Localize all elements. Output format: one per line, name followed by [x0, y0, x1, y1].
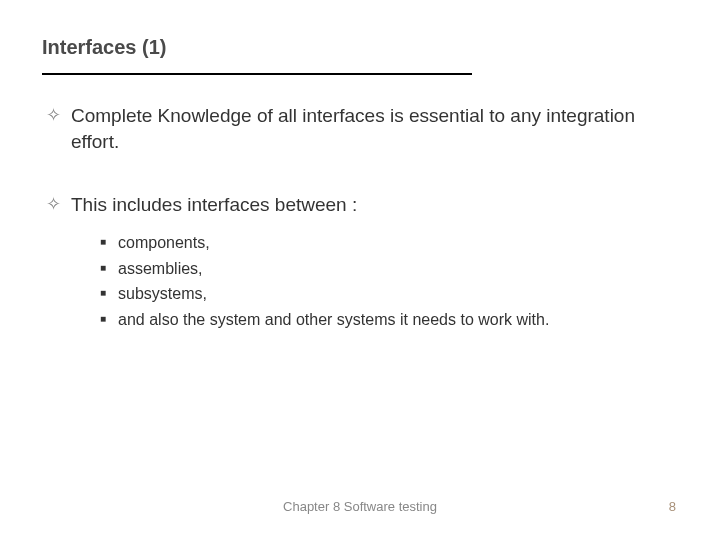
- footer: Chapter 8 Software testing: [0, 499, 720, 514]
- square-icon: ■: [100, 258, 106, 277]
- sub-item: ■ subsystems,: [100, 283, 678, 305]
- slide-title: Interfaces (1): [42, 36, 678, 59]
- sub-item: ■ assemblies,: [100, 258, 678, 280]
- page-number: 8: [669, 499, 676, 514]
- bullet-item: ✧ Complete Knowledge of all interfaces i…: [42, 103, 678, 154]
- footer-chapter: Chapter 8 Software testing: [283, 499, 437, 514]
- bullet-text: Complete Knowledge of all interfaces is …: [71, 103, 678, 154]
- title-underline: [42, 73, 472, 75]
- sub-list: ■ components, ■ assemblies, ■ subsystems…: [42, 232, 678, 330]
- diamond-icon: ✧: [46, 103, 61, 128]
- sub-text: and also the system and other systems it…: [118, 309, 549, 331]
- square-icon: ■: [100, 232, 106, 251]
- sub-item: ■ and also the system and other systems …: [100, 309, 678, 331]
- square-icon: ■: [100, 283, 106, 302]
- square-icon: ■: [100, 309, 106, 328]
- bullet-item: ✧ This includes interfaces between :: [42, 192, 678, 218]
- sub-item: ■ components,: [100, 232, 678, 254]
- sub-text: components,: [118, 232, 210, 254]
- bullet-text: This includes interfaces between :: [71, 192, 357, 218]
- diamond-icon: ✧: [46, 192, 61, 217]
- slide: Interfaces (1) ✧ Complete Knowledge of a…: [0, 0, 720, 540]
- sub-text: subsystems,: [118, 283, 207, 305]
- sub-text: assemblies,: [118, 258, 202, 280]
